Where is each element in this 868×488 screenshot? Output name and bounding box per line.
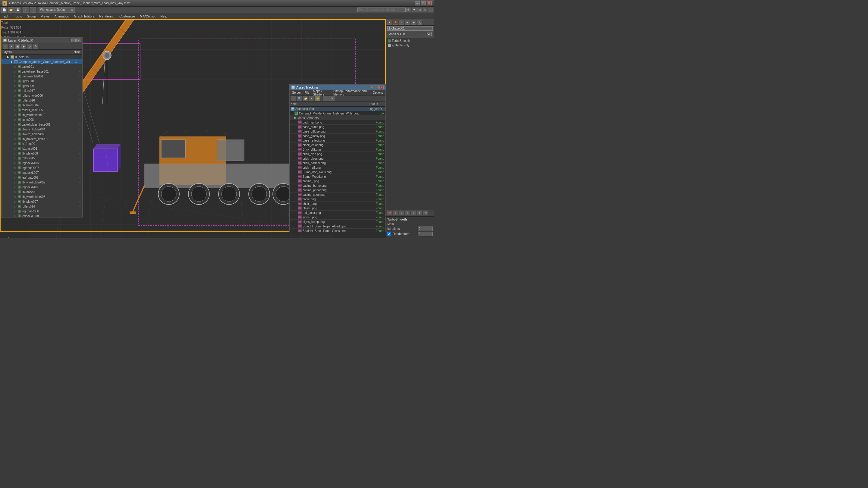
layer-obj-expand[interactable]: ▷ <box>13 127 17 131</box>
layer-row[interactable]: ▷ jibwire_holder004 ··· <box>1 127 82 132</box>
layer-create-btn[interactable]: + <box>3 44 8 49</box>
layer-row[interactable]: ▷ rollers_wide006 ··· <box>1 93 82 98</box>
layer-row[interactable]: ▷ lights008 ··· <box>1 117 82 122</box>
asset-menu-file[interactable]: File <box>303 91 311 95</box>
menu-animation[interactable]: Animation <box>52 14 71 19</box>
menu-maxscript[interactable]: MAXScript <box>137 14 158 19</box>
asset-reload-btn[interactable]: ↺ <box>291 96 296 101</box>
search-help[interactable]: ? <box>428 7 433 12</box>
asset-settings-btn[interactable]: ⚙ <box>329 96 335 101</box>
menu-tools[interactable]: Tools <box>12 14 24 19</box>
asset-row[interactable]: base_bump.png Found <box>290 125 385 129</box>
undo-btn[interactable]: ↩ <box>23 7 29 13</box>
close-button[interactable]: ✕ <box>427 1 432 5</box>
layer-obj-expand[interactable]: ▷ <box>13 84 17 88</box>
maximize-button[interactable]: □ <box>421 1 426 5</box>
rt-motion-btn[interactable]: ▶ <box>405 20 410 25</box>
asset-row[interactable]: chair_.png Found <box>290 201 385 206</box>
asset-remove-btn[interactable]: ✕ <box>309 96 314 101</box>
asset-row[interactable]: Autodesk Vault Logged O... <box>290 107 385 111</box>
asset-row[interactable]: Brick_diff.png Found <box>290 147 385 152</box>
layer-expand-icon[interactable]: ▶ <box>6 55 10 59</box>
layer-row[interactable]: ▷ legfrontL007 ··· <box>1 175 82 180</box>
asset-find-btn[interactable]: 🔍 <box>297 96 302 101</box>
asset-row[interactable]: Straight_Steel_Rope_Albedo.png Found <box>290 224 385 229</box>
layer-obj-expand[interactable]: ▷ <box>13 103 17 107</box>
layers-list[interactable]: ▶ 0 (default) ··· ▶ <box>1 55 82 217</box>
menu-graph-editors[interactable]: Graph Editors <box>71 14 97 19</box>
asset-row[interactable]: brick_disp.png Found <box>290 152 385 156</box>
rt-create-btn[interactable]: ✦ <box>387 20 392 25</box>
mod-show-end-btn[interactable]: ⊤ <box>405 210 410 216</box>
asset-help-btn[interactable]: ? <box>323 96 329 101</box>
layer-delete-btn[interactable]: ✕ <box>9 44 14 49</box>
asset-row[interactable]: Straight_Steel_Rope_Gloss.png Found <box>290 229 385 232</box>
layer-obj-expand[interactable]: ▷ <box>13 137 17 141</box>
search-nav-prev[interactable]: ◁ <box>417 7 422 12</box>
asset-set-path-btn[interactable]: 📁 <box>303 96 308 101</box>
asset-row[interactable]: Compact_Mobile_Crane_Liebherr_With_Load_… <box>290 111 385 116</box>
mod-up-btn[interactable]: ↑ <box>393 210 398 216</box>
menu-rendering[interactable]: Rendering <box>97 14 117 19</box>
layer-obj-expand[interactable]: ▷ <box>13 70 17 73</box>
layer-obj-expand[interactable]: ▷ <box>13 209 17 213</box>
layer-obj-expand[interactable]: ▷ <box>13 65 17 68</box>
layer-obj-expand[interactable]: ▷ <box>13 185 17 189</box>
iterations-input[interactable] <box>418 227 433 231</box>
layer-add-obj-btn[interactable]: ▣ <box>15 44 20 49</box>
layers-titlebar[interactable]: Layer: 0 (default) ? ✕ <box>1 38 82 43</box>
layer-obj-expand[interactable]: ▷ <box>13 123 17 126</box>
layer-obj-expand[interactable]: ▷ <box>13 142 17 145</box>
layer-row[interactable]: ▷ jb1base001 ··· <box>1 146 82 151</box>
layer-obj-expand[interactable]: ▷ <box>13 171 17 174</box>
asset-table-view-btn[interactable]: ⊞ <box>315 96 320 101</box>
asset-row[interactable]: ▶Maps / Shaders <box>290 116 385 120</box>
rt-hierarchy-btn[interactable]: ⇅ <box>399 20 404 25</box>
asset-row[interactable]: brick_refl.png Found <box>290 165 385 170</box>
layer-obj-expand[interactable]: ▷ <box>13 108 17 112</box>
layer-obj-expand[interactable]: ▷ <box>13 190 17 194</box>
mod-pin-btn[interactable]: 📌 <box>387 210 392 216</box>
asset-row[interactable]: Bump_Wood.png Found <box>290 174 385 179</box>
modifier-turbosmooth[interactable]: TurboSmooth <box>387 38 433 43</box>
mod-show-off2-btn[interactable]: ⊡ <box>423 210 428 216</box>
layers-close-btn[interactable]: ✕ <box>76 38 81 42</box>
menu-group[interactable]: Group <box>24 14 38 19</box>
layer-obj-expand[interactable]: ▷ <box>13 152 17 155</box>
layer-obj-expand[interactable]: ▷ <box>13 98 17 102</box>
layer-row[interactable]: ▷ jlb_plate007 ··· <box>1 199 82 204</box>
layer-row[interactable]: ▷ legbackL008 ··· <box>1 214 82 217</box>
layer-row[interactable]: ▷ cable001 ··· <box>1 64 82 69</box>
layer-obj-expand[interactable]: ▷ <box>13 118 17 121</box>
layer-row[interactable]: ▷ rollers017 ··· <box>1 88 82 93</box>
open-btn[interactable]: 📂 <box>8 7 14 13</box>
layer-obj-expand[interactable]: ▷ <box>13 175 17 179</box>
layer-row[interactable]: ▷ legfrontR007 ··· <box>1 165 82 170</box>
layer-settings-btn[interactable]: ⚙ <box>33 44 38 49</box>
rt-utilities-btn[interactable]: 🔧 <box>417 20 422 25</box>
layer-obj-expand[interactable]: ▷ <box>13 94 17 97</box>
asset-menu-maps[interactable]: Maps / Shaders <box>311 89 332 96</box>
asset-row[interactable]: cabine_spec.png Found <box>290 193 385 197</box>
layer-row[interactable]: ▷ jlb_wireholder008 ··· <box>1 194 82 199</box>
search-nav-next[interactable]: ▷ <box>423 7 427 12</box>
asset-row[interactable]: base_glossy.png Found <box>290 134 385 138</box>
asset-menu-server[interactable]: Server <box>290 91 303 95</box>
layers-question-btn[interactable]: ? <box>71 38 76 42</box>
asset-row[interactable]: cable.png Found <box>290 197 385 201</box>
layer-obj-expand[interactable]: ▷ <box>13 200 17 203</box>
search-input[interactable] <box>358 7 406 12</box>
mod-show-off-btn[interactable]: ⊥ <box>411 210 416 216</box>
layer-row[interactable]: ▷ jlb_holes004 ··· <box>1 103 82 107</box>
layer-row[interactable]: ▷ rollers015 ··· <box>1 156 82 161</box>
layer-row[interactable]: ▷ cablehank_base001 ··· <box>1 69 82 74</box>
layer-row[interactable]: ▷ rollers014 ··· <box>1 204 82 209</box>
layer-row[interactable]: ▷ backweights001 ··· <box>1 74 82 78</box>
asset-row[interactable]: brick_gloss.png Found <box>290 156 385 161</box>
asset-row[interactable]: red_color.png Found <box>290 210 385 215</box>
new-btn[interactable]: 📄 <box>1 7 7 13</box>
rt-display-btn[interactable]: ◉ <box>411 20 416 25</box>
rt-modify-btn[interactable]: ⚙ <box>393 20 398 25</box>
layer-obj-expand[interactable]: ▷ <box>13 89 17 93</box>
layer-obj-expand[interactable]: ▷ <box>13 74 17 78</box>
